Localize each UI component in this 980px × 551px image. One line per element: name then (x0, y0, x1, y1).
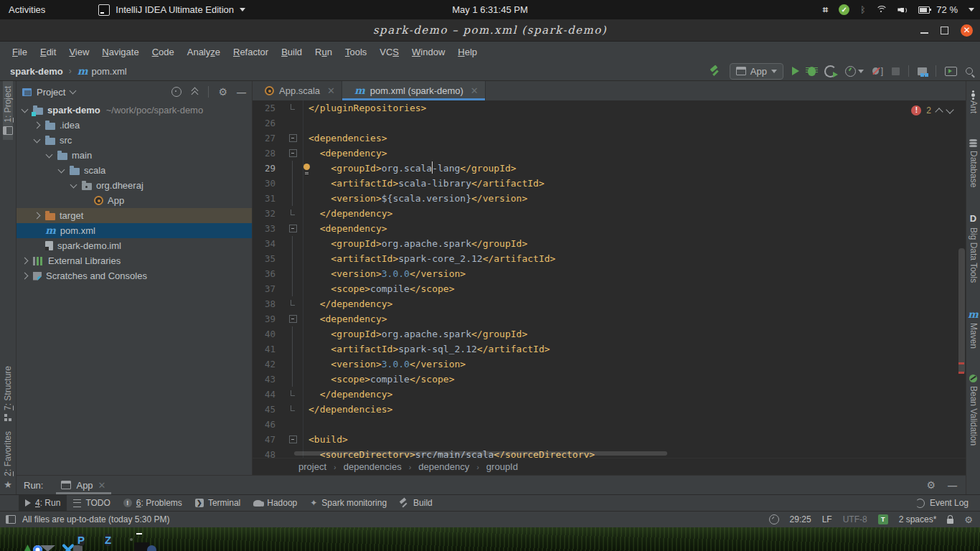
breadcrumb-project[interactable]: spark-demo (10, 66, 63, 77)
fold-marker[interactable] (291, 405, 295, 411)
indent-badge[interactable]: T (878, 514, 888, 524)
menu-item-view[interactable]: View (62, 47, 95, 57)
maximize-button[interactable] (941, 27, 948, 34)
chevron-right-icon[interactable] (34, 212, 41, 220)
close-icon[interactable]: ✕ (98, 480, 106, 491)
window-title-bar[interactable]: spark-demo – pom.xml (spark-demo) ✕ (0, 19, 980, 42)
menu-item-refactor[interactable]: Refactor (227, 47, 275, 57)
wifi-icon[interactable] (876, 6, 887, 14)
fold-marker[interactable] (289, 315, 297, 323)
hide-run-panel-button[interactable]: — (948, 480, 957, 491)
profiler-button[interactable] (845, 66, 864, 77)
toolwindow-button-database[interactable]: Database (966, 134, 980, 192)
fold-marker[interactable] (291, 390, 295, 396)
collapse-all-button[interactable] (191, 88, 199, 96)
fold-marker[interactable] (291, 209, 295, 215)
fold-marker[interactable] (291, 104, 295, 110)
taskbar-app-orange-app[interactable] (93, 538, 96, 541)
code-area[interactable]: 25</pluginRepositories>2627<dependencies… (253, 100, 966, 458)
menu-item-analyze[interactable]: Analyze (181, 47, 227, 57)
hide-toolwindow-button[interactable]: — (237, 87, 246, 98)
error-stripe-mark[interactable] (958, 362, 964, 364)
toolwindow-button-spark-monitoring[interactable]: ✦Spark monitoring (303, 495, 393, 511)
menu-item-code[interactable]: Code (146, 47, 181, 57)
menu-item-build[interactable]: Build (275, 47, 308, 57)
toolwindow-button-ant[interactable]: Ant (966, 88, 980, 118)
taskbar-app-blue-x[interactable] (56, 538, 59, 541)
editor-tab-1[interactable]: App.scala✕ (253, 81, 342, 100)
tree-row-spark-demo-iml[interactable]: spark-demo.iml (17, 238, 252, 253)
background-tasks-icon[interactable] (769, 514, 779, 524)
fold-marker[interactable] (289, 225, 297, 232)
battery-icon[interactable] (918, 6, 930, 14)
chevron-down-icon[interactable] (46, 151, 53, 158)
updates-ok-icon[interactable]: ✓ (839, 4, 849, 15)
toolwindow-button-hadoop[interactable]: Hadoop (247, 495, 303, 511)
fold-marker[interactable] (289, 435, 297, 443)
menu-item-file[interactable]: File (6, 47, 34, 57)
toolwindow-button-build[interactable]: Build (393, 495, 439, 511)
toolwindow-button-big-data-tools[interactable]: DBig Data Tools (966, 208, 980, 288)
tree-row-scala[interactable]: scala (17, 163, 252, 178)
menu-item-help[interactable]: Help (451, 47, 484, 57)
minimize-button[interactable] (920, 32, 928, 34)
breadcrumb-file[interactable]: pom.xml (92, 66, 127, 77)
taskbar-app-office-doc[interactable] (16, 538, 19, 541)
chevron-right-icon[interactable] (22, 273, 29, 280)
chevron-down-icon[interactable] (70, 181, 77, 188)
menu-item-run[interactable]: Run (308, 47, 339, 57)
search-everywhere-button[interactable] (966, 67, 973, 75)
close-icon[interactable]: ✕ (471, 85, 479, 96)
project-structure-button[interactable] (918, 67, 927, 75)
xml-breadcrumb-dependencies[interactable]: dependencies (344, 461, 402, 472)
close-button[interactable]: ✕ (961, 24, 973, 37)
taskbar-app-gray-sphere[interactable] (120, 538, 123, 541)
tree-row-src[interactable]: src (17, 133, 252, 148)
taskbar-app-p-app[interactable]: P (76, 528, 86, 551)
slack-tray-icon[interactable]: ⌗ (823, 4, 828, 16)
error-stripe-mark[interactable] (958, 372, 964, 374)
tree-row-target[interactable]: target (17, 208, 252, 223)
tree-row-main[interactable]: main (17, 148, 252, 163)
gear-icon[interactable]: ⚙ (926, 480, 936, 490)
project-header[interactable]: Project ⚙ — (17, 81, 252, 103)
taskbar-app-intellij[interactable] (130, 538, 133, 541)
fold-marker[interactable] (289, 149, 297, 157)
toolwindow-button-4-run[interactable]: 4: Run (19, 495, 67, 511)
gear-icon[interactable]: ⚙ (964, 515, 973, 524)
taskbar-app-navy-app[interactable] (140, 538, 143, 541)
run-config-combo[interactable]: App (730, 63, 783, 80)
caret-position[interactable]: 29:25 (790, 514, 811, 524)
xml-breadcrumb-groupId[interactable]: groupId (486, 461, 518, 472)
indent-info[interactable]: 2 spaces* (899, 514, 937, 524)
attach-debugger-button[interactable]: ] (872, 66, 883, 76)
toolwindow-button-2-favorites[interactable]: 2: Favorites★ (3, 426, 13, 494)
menu-item-edit[interactable]: Edit (34, 47, 62, 57)
taskbar-app-mail[interactable] (36, 538, 39, 541)
close-icon[interactable]: ✕ (327, 85, 335, 96)
taskbar-app-z-app[interactable]: Z (103, 528, 113, 551)
tree-row-external-libraries[interactable]: External Libraries (17, 253, 252, 268)
prev-error-button[interactable] (935, 108, 943, 116)
tree-row-pom-xml[interactable]: mpom.xml (17, 223, 252, 238)
xml-breadcrumb-dependency[interactable]: dependency (418, 461, 469, 472)
toolwindow-button-1-project[interactable]: 1: Project (3, 81, 13, 140)
volume-icon[interactable] (897, 6, 908, 14)
fold-marker[interactable] (289, 134, 297, 142)
clock[interactable]: May 1 6:31:45 PM (452, 4, 528, 15)
tree-row-app[interactable]: App (17, 193, 252, 208)
locate-file-button[interactable] (171, 87, 182, 97)
tree-row--idea[interactable]: .idea (17, 118, 252, 133)
toolwindow-button-bean-validation[interactable]: Bean Validation (966, 369, 980, 451)
toolwindow-button-todo[interactable]: TODO (67, 495, 116, 511)
chevron-right-icon[interactable] (34, 122, 41, 129)
coverage-button[interactable] (824, 65, 837, 77)
gear-icon[interactable]: ⚙ (218, 87, 227, 97)
toolwindow-toggle-icon[interactable] (6, 515, 16, 524)
menu-item-window[interactable]: Window (405, 47, 451, 57)
activities-button[interactable]: Activities (9, 4, 45, 15)
tray-chevron-icon[interactable] (969, 8, 974, 11)
toolwindow-button-terminal[interactable]: ❯Terminal (189, 495, 247, 511)
lock-icon[interactable] (947, 519, 953, 524)
app-menu-button[interactable]: IntelliJ IDEA Ultimate Edition (98, 4, 245, 16)
